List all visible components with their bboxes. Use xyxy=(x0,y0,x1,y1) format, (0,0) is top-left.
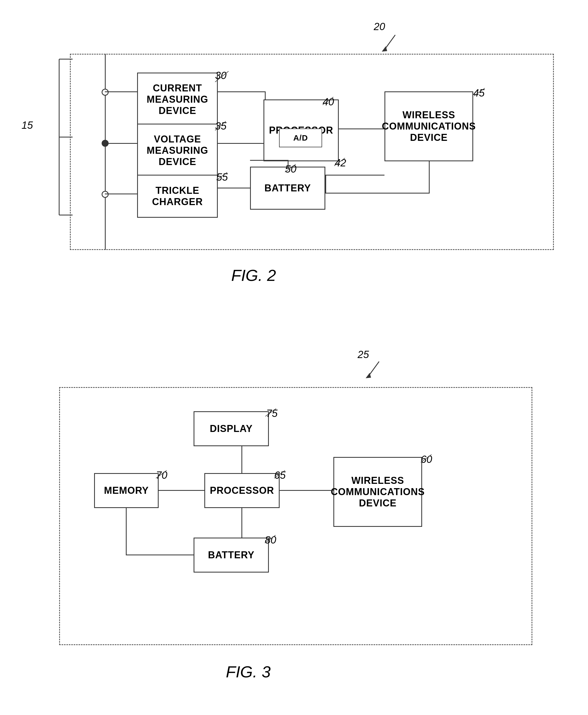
fig3-box-display: DISPLAY xyxy=(194,411,269,446)
fig2-line-wcd-bat-v xyxy=(429,161,429,194)
fig2-arrow-20-icon xyxy=(379,32,401,54)
svg-line-7 xyxy=(215,121,226,130)
fig2-area: 20 15 CURRENT MEASURING DEVICE xyxy=(16,16,570,280)
fig2-box-tc: TRICKLE CHARGER xyxy=(137,175,218,218)
fig3-ref75-line-icon xyxy=(261,407,279,418)
fig2-box-ad: A/D xyxy=(279,129,322,147)
fig3-ref70-line-icon xyxy=(152,468,169,480)
fig2-box-wcd: WIRELESS COMMUNICATIONS DEVICE xyxy=(384,91,473,161)
fig2-line-bat-proc-h xyxy=(250,160,289,161)
fig2-caption: FIG. 2 xyxy=(231,266,276,285)
fig2-line-bat-proc-v xyxy=(288,160,289,168)
fig3-box-battery: BATTERY xyxy=(194,538,269,572)
svg-line-17 xyxy=(274,470,285,478)
fig2-line-wcd-bat-h3 xyxy=(325,175,384,175)
fig2-hline-top xyxy=(105,91,137,92)
fig3-area: 25 DISPLAY 75 MEMORY 70 PROCESSOR xyxy=(16,344,570,688)
fig3-ref80-line-icon xyxy=(261,533,278,545)
fig2-ref30-line-icon xyxy=(210,68,231,85)
fig2-hline-mid xyxy=(105,143,137,144)
fig3-ref60-line-icon xyxy=(417,452,434,464)
fig2-ref50-line-icon xyxy=(281,162,298,174)
fig3-line-proc-wcd-h xyxy=(280,490,334,491)
fig2-tc-label: TRICKLE CHARGER xyxy=(152,185,203,208)
fig2-line-vmd-proc xyxy=(218,143,264,144)
fig2-ref42-line-icon xyxy=(330,156,348,168)
fig3-outer-box xyxy=(59,387,532,645)
fig2-line-wcd-bat-h2 xyxy=(325,175,326,193)
svg-line-8 xyxy=(216,172,227,180)
fig3-box-memory: MEMORY xyxy=(94,473,159,508)
svg-line-11 xyxy=(334,158,345,166)
fig3-ref65-line-icon xyxy=(270,468,288,480)
svg-line-16 xyxy=(156,470,167,478)
svg-line-6 xyxy=(215,71,229,82)
fig2-circle-bot xyxy=(102,191,109,198)
fig3-arrow-25-icon xyxy=(363,359,384,380)
fig2-powerline xyxy=(105,54,106,250)
fig3-battery-label: BATTERY xyxy=(208,549,255,561)
svg-line-12 xyxy=(474,88,485,96)
fig3-line-mem-bat-v xyxy=(126,508,127,555)
fig3-box-processor: PROCESSOR xyxy=(204,473,280,508)
svg-line-9 xyxy=(285,164,296,172)
fig2-box-processor: PROCESSOR A/D xyxy=(264,100,339,161)
fig2-ref-20: 20 xyxy=(374,21,385,32)
fig2-ref35-line-icon xyxy=(210,119,229,132)
fig2-box-cmd: CURRENT MEASURING DEVICE xyxy=(137,72,218,126)
fig2-ref-15: 15 xyxy=(22,120,33,131)
fig2-line-cmd-proc-v xyxy=(265,91,266,100)
fig3-caption: FIG. 3 xyxy=(226,663,271,681)
fig3-line-mem-proc-h xyxy=(159,490,205,491)
fig3-wcd-label: WIRELESS COMMUNICATIONS DEVICE xyxy=(331,475,424,509)
fig2-box-vmd: VOLTAGE MEASURING DEVICE xyxy=(137,124,218,177)
fig3-memory-label: MEMORY xyxy=(104,485,149,496)
page: 20 15 CURRENT MEASURING DEVICE xyxy=(0,0,588,715)
fig2-vmd-label: VOLTAGE MEASURING DEVICE xyxy=(147,134,208,168)
fig3-line-proc-bat-v xyxy=(241,508,242,538)
fig3-box-wcd: WIRELESS COMMUNICATIONS DEVICE xyxy=(333,457,422,527)
fig2-ref55-line-icon xyxy=(212,170,230,182)
fig2-ref40-line-icon xyxy=(319,95,336,107)
svg-line-18 xyxy=(265,535,276,543)
fig2-circle-top xyxy=(102,89,109,96)
fig2-ad-label: A/D xyxy=(293,133,308,143)
fig2-battery-label: BATTERY xyxy=(265,182,311,194)
fig2-line-wcd-bat-h xyxy=(325,193,429,194)
svg-line-10 xyxy=(323,97,333,105)
fig2-line-proc-wcd xyxy=(339,129,384,129)
fig3-display-label: DISPLAY xyxy=(210,423,253,434)
fig3-line-disp-proc-v xyxy=(241,446,242,474)
fig2-hline-bot xyxy=(105,194,137,194)
fig2-line-cmd-proc-h xyxy=(218,91,265,92)
svg-line-15 xyxy=(265,409,276,416)
fig2-wcd-label: WIRELESS COMMUNICATIONS DEVICE xyxy=(382,109,476,143)
fig2-cmd-label: CURRENT MEASURING DEVICE xyxy=(147,83,208,116)
fig3-processor-label: PROCESSOR xyxy=(210,485,274,496)
fig3-line-mem-bat-h xyxy=(126,555,194,555)
fig2-ref45-line-icon xyxy=(470,86,487,98)
fig2-line-tc-bat xyxy=(218,188,250,189)
svg-line-19 xyxy=(421,455,432,462)
